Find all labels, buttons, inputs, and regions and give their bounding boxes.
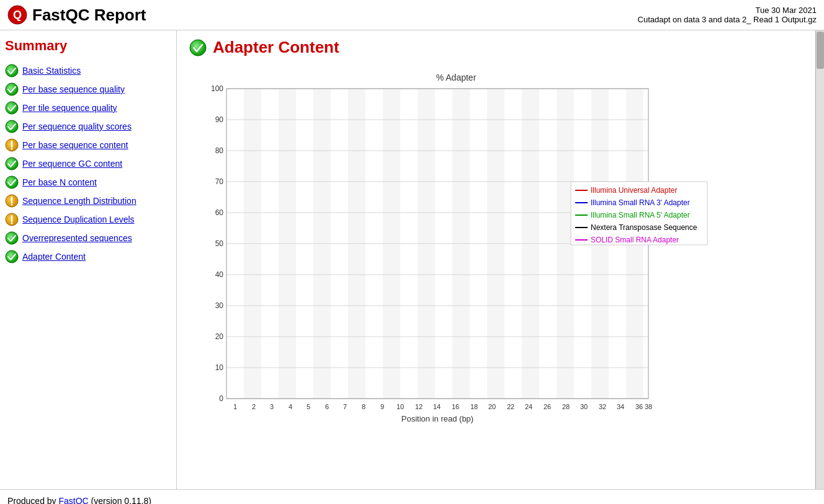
status-icon-per-base-sequence-content [5,138,19,152]
nav-list: Basic StatisticsPer base sequence qualit… [5,64,171,263]
app-title: FastQC Report [32,6,146,25]
scrollbar[interactable] [815,30,824,489]
header-left: Q FastQC Report [7,5,146,25]
nav-link-basic-statistics[interactable]: Basic Statistics [22,66,81,76]
footer: Produced by FastQC (version 0.11.8) [0,489,824,504]
svg-text:14: 14 [433,403,441,410]
nav-link-per-sequence-gc-content[interactable]: Per sequence GC content [22,159,122,169]
svg-text:20: 20 [215,332,224,341]
svg-text:60: 60 [215,208,224,217]
status-icon-adapter-content [5,250,19,263]
nav-link-per-base-n-content[interactable]: Per base N content [22,177,97,187]
svg-text:Q: Q [13,9,22,21]
svg-text:90: 90 [215,115,224,124]
svg-text:26: 26 [544,403,551,410]
svg-text:80: 80 [215,146,224,155]
svg-text:Illumina Universal Adapter: Illumina Universal Adapter [591,186,677,195]
status-icon-per-sequence-quality-scores [5,120,19,133]
section-status-icon [189,39,207,56]
scrollbar-thumb[interactable] [817,32,824,69]
svg-text:0: 0 [219,394,223,403]
svg-text:28: 28 [562,403,570,410]
svg-point-8 [11,148,13,150]
svg-text:8: 8 [362,403,365,410]
nav-link-per-base-sequence-content[interactable]: Per base sequence content [22,140,128,150]
svg-text:9: 9 [380,403,384,410]
sidebar-item-per-base-sequence-content[interactable]: Per base sequence content [5,138,171,152]
svg-text:18: 18 [470,403,478,410]
main-layout: Summary Basic StatisticsPer base sequenc… [0,30,824,489]
status-icon-sequence-duplication-levels [5,213,19,226]
nav-link-sequence-length-distribution[interactable]: Sequence Length Distribution [22,196,137,206]
sidebar-item-adapter-content[interactable]: Adapter Content [5,250,171,263]
svg-text:36: 36 [635,403,643,410]
sidebar-item-sequence-duplication-levels[interactable]: Sequence Duplication Levels [5,213,171,226]
svg-point-19 [190,40,206,56]
nav-link-overrepresented-sequences[interactable]: Overrepresented sequences [22,233,132,243]
nav-link-per-base-sequence-quality[interactable]: Per base sequence quality [22,84,125,94]
svg-text:Nextera Transposase Sequence: Nextera Transposase Sequence [591,223,697,232]
svg-text:40: 40 [215,270,224,279]
svg-text:24: 24 [525,403,532,410]
sidebar-item-per-sequence-gc-content[interactable]: Per sequence GC content [5,157,171,170]
fastqc-logo: Q [7,5,27,25]
svg-text:10: 10 [215,363,224,372]
svg-text:5: 5 [307,403,310,410]
status-icon-per-tile-sequence-quality [5,101,19,115]
sidebar-item-overrepresented-sequences[interactable]: Overrepresented sequences [5,231,171,245]
sidebar-item-per-tile-sequence-quality[interactable]: Per tile sequence quality [5,101,171,115]
svg-text:2: 2 [252,403,256,410]
svg-text:34: 34 [617,403,624,410]
svg-text:16: 16 [452,403,459,410]
svg-text:70: 70 [215,177,224,186]
sidebar-item-sequence-length-distribution[interactable]: Sequence Length Distribution [5,194,171,208]
status-icon-overrepresented-sequences [5,231,19,245]
svg-text:3: 3 [270,403,274,410]
sidebar-item-per-base-n-content[interactable]: Per base N content [5,175,171,189]
nav-link-adapter-content[interactable]: Adapter Content [22,252,86,262]
svg-point-16 [11,223,13,224]
svg-text:% Adapter: % Adapter [436,73,477,82]
chart-container: % Adapter [189,67,803,441]
nav-link-sequence-duplication-levels[interactable]: Sequence Duplication Levels [22,214,135,224]
sidebar-item-per-sequence-quality-scores[interactable]: Per sequence quality scores [5,120,171,133]
section-title: Adapter Content [213,38,339,57]
nav-link-per-tile-sequence-quality[interactable]: Per tile sequence quality [22,103,117,113]
footer-text: Produced by [7,496,59,504]
status-icon-per-sequence-gc-content [5,157,19,170]
header: Q FastQC Report Tue 30 Mar 2021 Cutadapt… [0,0,824,30]
svg-text:Position in read (bp): Position in read (bp) [401,414,473,423]
adapter-content-chart: % Adapter [189,67,710,439]
section-header: Adapter Content [189,38,803,57]
status-icon-basic-statistics [5,64,19,77]
svg-text:32: 32 [599,403,606,410]
svg-text:4: 4 [289,403,292,410]
sidebar-item-per-base-sequence-quality[interactable]: Per base sequence quality [5,82,171,96]
svg-text:Illumina Small RNA 5' Adapter: Illumina Small RNA 5' Adapter [591,211,690,219]
svg-text:38: 38 [645,403,652,410]
footer-version: (version 0.11.8) [89,496,151,504]
main-content: Adapter Content % Adapter [177,30,815,489]
fastqc-link[interactable]: FastQC [59,496,89,504]
report-date: Tue 30 Mar 2021 [638,6,817,15]
svg-text:12: 12 [415,403,423,410]
sidebar-heading: Summary [5,38,171,54]
nav-link-per-sequence-quality-scores[interactable]: Per sequence quality scores [22,122,132,131]
report-filename: Cutadapt on data 3 and data 2_ Read 1 Ou… [638,15,817,24]
svg-text:50: 50 [215,239,224,248]
svg-text:22: 22 [507,403,514,410]
status-icon-per-base-n-content [5,175,19,189]
svg-text:10: 10 [396,403,404,410]
sidebar-item-basic-statistics[interactable]: Basic Statistics [5,64,171,77]
svg-text:30: 30 [580,403,588,410]
svg-text:6: 6 [325,403,329,410]
svg-text:SOLID Small RNA Adapter: SOLID Small RNA Adapter [591,236,679,244]
status-icon-sequence-length-distribution [5,194,19,208]
svg-text:30: 30 [215,301,224,310]
header-info: Tue 30 Mar 2021 Cutadapt on data 3 and d… [638,6,817,24]
sidebar: Summary Basic StatisticsPer base sequenc… [0,30,177,489]
svg-text:7: 7 [343,403,347,410]
svg-text:1: 1 [233,403,237,410]
svg-point-13 [11,204,13,206]
svg-text:Illumina Small RNA 3' Adapter: Illumina Small RNA 3' Adapter [591,198,690,207]
